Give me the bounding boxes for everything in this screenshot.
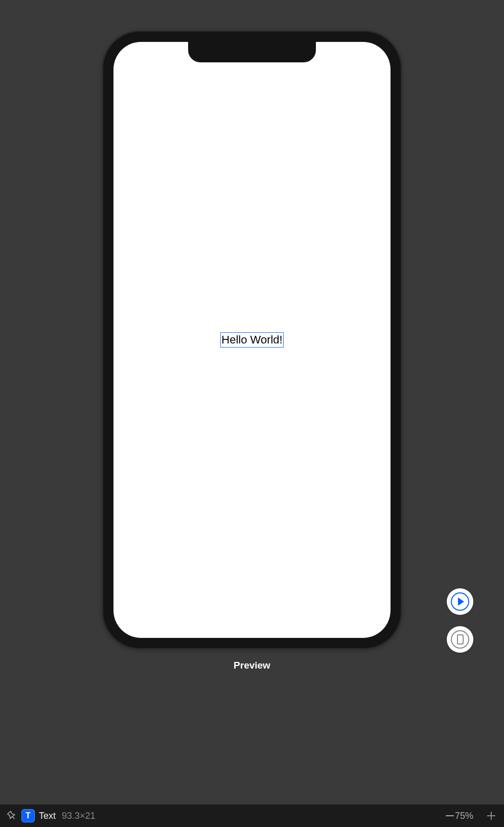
device-screen[interactable]: Hello World!: [113, 42, 391, 638]
device-icon: [451, 630, 469, 649]
text-view-selected[interactable]: Hello World!: [220, 332, 283, 348]
device-frame: Hello World!: [102, 31, 402, 649]
element-dimensions: 93.3×21: [62, 811, 96, 821]
live-preview-button[interactable]: [447, 588, 473, 615]
plus-icon: [486, 810, 497, 821]
device-notch: [188, 42, 316, 62]
pin-button[interactable]: [6, 810, 17, 821]
zoom-value: 75%: [455, 811, 473, 821]
preview-canvas: Hello World! Preview: [0, 0, 504, 805]
play-icon: [451, 592, 469, 611]
preview-side-controls: [447, 588, 473, 653]
preview-label: Preview: [234, 660, 270, 671]
device-settings-button[interactable]: [447, 626, 473, 653]
status-bar: T Text 93.3×21 75%: [0, 805, 504, 827]
element-type-label: Text: [39, 811, 56, 821]
pin-icon: [7, 811, 17, 821]
zoom-level[interactable]: 75%: [446, 811, 473, 821]
zoom-minus-icon: [446, 815, 454, 816]
add-button[interactable]: [485, 809, 498, 822]
element-type-badge: T: [21, 809, 35, 822]
